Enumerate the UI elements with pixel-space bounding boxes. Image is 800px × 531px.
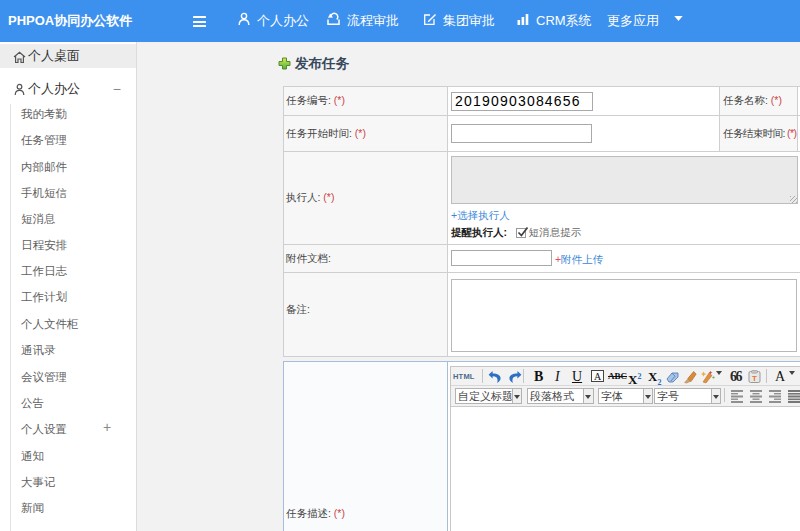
svg-text:T: T xyxy=(752,374,757,383)
